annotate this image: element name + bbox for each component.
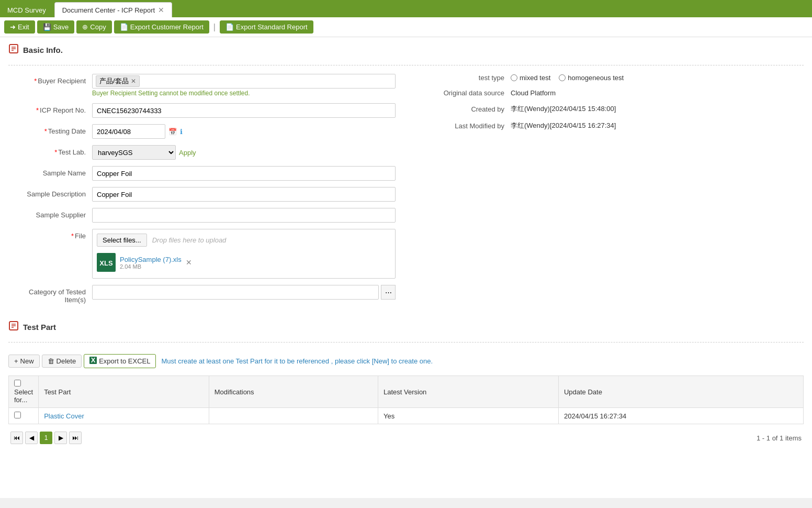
mixed-test-radio[interactable] [511,74,517,81]
last-page-button[interactable]: ⏭ [69,432,82,444]
prev-page-button[interactable]: ◀ [25,432,38,444]
info-icon[interactable]: ℹ [180,128,183,136]
toolbar-separator: | [213,23,216,32]
svg-text:XLS: XLS [99,259,113,267]
test-lab-label: Test Lab. [8,145,92,156]
buyer-recipient-warning: Buyer Recipient Setting cannot be modifi… [92,90,396,97]
calendar-icon[interactable]: 📅 [168,128,177,136]
latest-version-col-header: Latest Version [378,376,558,408]
test-lab-select[interactable]: harveySGS [92,145,176,160]
created-by-row: Created by 李红(Wendy)[2024/04/15 15:48:00… [416,104,804,114]
tag-remove-icon[interactable]: ✕ [131,78,136,85]
update-date-col-header: Update Date [558,376,803,408]
file-info: PolicySample (7).xls 2.04 MB [120,256,182,270]
basic-info-header: Basic Info. [8,43,804,60]
row-checkbox[interactable] [14,412,21,418]
select-all-header: Select for... [9,376,39,408]
sample-supplier-input[interactable] [92,208,396,223]
category-row: Category of Tested Item(s) ⋯ [8,285,396,304]
category-label: Category of Tested Item(s) [8,285,92,304]
sample-description-label: Sample Description [8,187,92,198]
test-part-section: Test Part + New 🗑 Delete X Export to EXC… [8,321,804,447]
first-page-button[interactable]: ⏮ [10,432,23,444]
drop-zone-text: Drop files here to upload [152,236,227,244]
sample-description-control [92,187,396,202]
sample-name-input[interactable] [92,166,396,181]
testing-date-label: Testing Date [8,124,92,135]
file-name[interactable]: PolicySample (7).xls [120,256,182,263]
last-modified-by-value: 李红(Wendy)[2024/04/15 16:27:34] [511,121,616,130]
exit-button[interactable]: ➜ Exit [4,20,35,34]
file-label: File [8,229,92,240]
next-page-button[interactable]: ▶ [54,432,67,444]
sample-description-input[interactable] [92,187,396,202]
export-standard-button[interactable]: 📄 Export Standard Report [220,20,313,34]
export-customer-icon: 📄 [120,23,128,31]
export-customer-button[interactable]: 📄 Export Customer Report [114,20,209,34]
excel-icon: X [89,357,97,366]
copy-icon: ⊕ [82,23,88,31]
test-part-cell: Plastic Cover [39,408,209,424]
buyer-recipient-row: Buyer Recipient 产品/套品 ✕ Buyer Recipient … [8,74,396,97]
tab-mcd-survey[interactable]: MCD Survey [0,3,53,17]
category-input[interactable] [92,285,379,300]
main-content: Basic Info. Buyer Recipient 产品/套品 ✕ Buye… [0,37,812,498]
icp-report-input[interactable] [92,103,396,118]
sample-supplier-control [92,208,396,223]
test-part-title: Test Part [23,323,56,332]
close-icon[interactable]: ✕ [158,6,164,14]
export-excel-button[interactable]: X Export to EXCEL [84,354,156,368]
buyer-recipient-label: Buyer Recipient [8,74,92,85]
delete-icon: 🗑 [48,357,54,365]
buyer-recipient-input[interactable]: 产品/套品 ✕ [92,74,396,89]
sample-description-row: Sample Description [8,187,396,202]
created-by-value: 李红(Wendy)[2024/04/15 15:48:00] [511,104,616,114]
date-wrap: 📅 ℹ [92,124,396,139]
buyer-recipient-tag: 产品/套品 ✕ [96,75,140,87]
save-button[interactable]: 💾 Save [37,20,75,34]
new-button[interactable]: + New [8,355,40,368]
excel-file-icon: XLS [97,253,116,272]
table-header-row: Select for... Test Part Modifications La… [9,376,804,408]
browse-icon: ⋯ [385,289,392,296]
test-lab-apply-link[interactable]: Apply [179,149,196,157]
select-files-button[interactable]: Select files... [97,234,147,247]
test-part-header: Test Part [8,321,804,337]
file-upload-header: Select files... Drop files here to uploa… [97,234,391,247]
table-row: Plastic Cover Yes 2024/04/15 16:27:34 [9,408,804,424]
test-lab-control: harveySGS Apply [92,145,396,160]
sample-name-row: Sample Name [8,166,396,181]
page-info: 1 - 1 of 1 items [757,434,802,442]
test-part-link[interactable]: Plastic Cover [44,412,84,420]
form-right: test type mixed test homogeneous test Or… [406,74,804,310]
buyer-recipient-control: 产品/套品 ✕ Buyer Recipient Setting cannot b… [92,74,396,97]
last-modified-by-label: Last Modified by [416,122,511,130]
testing-date-input[interactable] [92,124,165,139]
file-item: XLS PolicySample (7).xls 2.04 MB ✕ [97,251,391,274]
toolbar: ➜ Exit 💾 Save ⊕ Copy 📄 Export Customer R… [0,17,812,37]
test-part-message: Must create at least one Test Part for i… [161,357,433,365]
sample-name-label: Sample Name [8,166,92,177]
category-browse-button[interactable]: ⋯ [381,285,396,300]
test-part-divider [8,342,804,343]
current-page-button[interactable]: 1 [40,432,52,444]
tab-document-center[interactable]: Document Center - ICP Report ✕ [54,2,173,17]
tab-bar: MCD Survey Document Center - ICP Report … [0,0,812,17]
update-date-cell: 2024/04/15 16:27:34 [558,408,803,424]
copy-button[interactable]: ⊕ Copy [76,20,111,34]
icp-report-control [92,103,396,118]
export-standard-icon: 📄 [225,23,234,31]
exit-icon: ➜ [10,23,16,31]
original-data-source-row: Original data source Cloud Platform [416,89,804,97]
radio-mixed-test[interactable]: mixed test [511,74,550,82]
test-part-toolbar: + New 🗑 Delete X Export to EXCEL Must cr… [8,351,804,371]
homogeneous-test-radio[interactable] [559,74,566,81]
radio-homogeneous-test[interactable]: homogeneous test [559,74,624,82]
select-all-checkbox[interactable] [14,380,21,386]
file-upload-area: Select files... Drop files here to uploa… [92,229,396,279]
category-wrap: ⋯ [92,285,396,300]
created-by-label: Created by [416,105,511,113]
delete-button[interactable]: 🗑 Delete [42,355,82,368]
file-remove-icon[interactable]: ✕ [186,258,192,267]
page-controls: ⏮ ◀ 1 ▶ ⏭ [10,432,82,444]
